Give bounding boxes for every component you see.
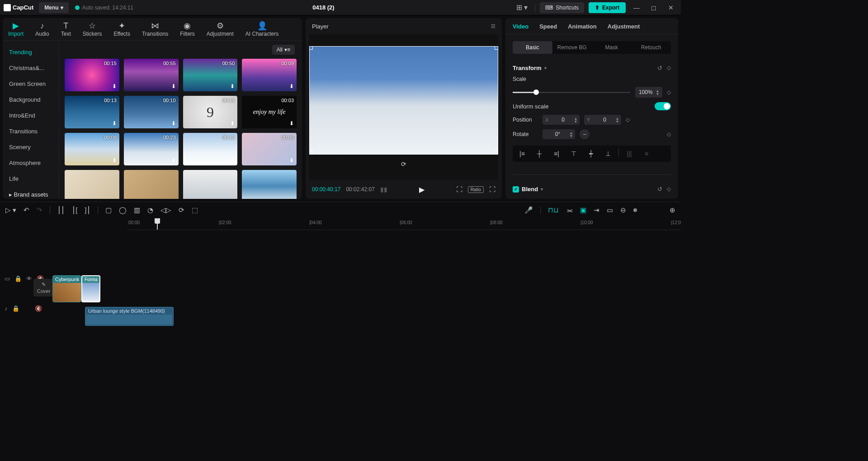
- eye-icon[interactable]: 👁: [26, 275, 32, 282]
- media-tab-transitions[interactable]: ⋈Transitions: [142, 22, 168, 37]
- reset-icon[interactable]: ↺: [657, 65, 662, 71]
- preview-area[interactable]: ⟳: [309, 34, 498, 180]
- audio-track-icon[interactable]: ♪: [5, 305, 8, 312]
- audio-clip[interactable]: Urban lounge style BGM(1148490): [85, 307, 174, 326]
- download-icon[interactable]: ⬇: [171, 120, 176, 127]
- category-christmas-[interactable]: Christmas&...: [3, 60, 59, 76]
- media-thumb[interactable]: 00:10⬇: [124, 96, 179, 128]
- media-thumb[interactable]: [183, 170, 238, 199]
- minimize-button[interactable]: —: [630, 1, 643, 14]
- media-tab-effects[interactable]: ✦Effects: [113, 22, 130, 37]
- chevron-down-icon[interactable]: ▾: [544, 66, 547, 71]
- link-icon[interactable]: ⫘: [566, 207, 573, 214]
- track-options-icon[interactable]: ▭: [607, 206, 613, 214]
- lock-icon[interactable]: 🔒: [14, 275, 22, 282]
- category-brand-assets[interactable]: ▸ Brand assets: [3, 187, 59, 199]
- fullscreen-icon[interactable]: ⛶: [489, 186, 495, 193]
- blend-checkbox[interactable]: ✓: [513, 186, 519, 193]
- media-thumb[interactable]: 00:05⬇: [242, 133, 297, 165]
- zoom-slider-icon[interactable]: [633, 208, 637, 212]
- frame-capture-icon[interactable]: ⛶: [456, 186, 462, 193]
- media-tab-ai-characters[interactable]: 👤AI Characters: [245, 22, 278, 37]
- download-icon[interactable]: ⬇: [112, 83, 117, 89]
- blend-keyframe-icon[interactable]: ◇: [667, 186, 671, 193]
- track-options-icon[interactable]: ▭: [5, 275, 10, 282]
- menu-button[interactable]: Menu ▾: [39, 2, 68, 13]
- mask-tool-icon[interactable]: ◯: [119, 206, 127, 214]
- layout-icon[interactable]: ⊞ ▾: [514, 2, 530, 13]
- download-icon[interactable]: ⬇: [289, 83, 294, 89]
- inspector-tab-animation[interactable]: Animation: [568, 23, 597, 30]
- inspector-tab-video[interactable]: Video: [513, 23, 528, 30]
- download-icon[interactable]: ⬇: [230, 120, 235, 127]
- media-thumb[interactable]: [65, 170, 119, 199]
- video-clip-2[interactable]: Forma: [81, 275, 100, 302]
- media-thumb[interactable]: [242, 170, 297, 199]
- all-filter-button[interactable]: All ▾≡: [272, 45, 295, 55]
- download-icon[interactable]: ⬇: [112, 120, 117, 127]
- close-button[interactable]: ✕: [665, 1, 677, 14]
- align-top-icon[interactable]: ⊤: [567, 148, 580, 159]
- chevron-down-icon[interactable]: ▾: [541, 187, 543, 192]
- media-tab-adjustment[interactable]: ⚙Adjustment: [207, 22, 234, 37]
- inspector-subtab-basic[interactable]: Basic: [513, 41, 552, 54]
- download-icon[interactable]: ⬇: [171, 83, 176, 89]
- track-preview-icon[interactable]: ▣: [580, 206, 586, 214]
- align-center-h-icon[interactable]: ┼: [533, 148, 546, 159]
- magnet-icon[interactable]: ⊓⊔: [548, 206, 559, 214]
- position-y-input[interactable]: Y 0 ▴▾: [584, 115, 621, 125]
- compare-icon[interactable]: ▮▮: [380, 186, 387, 193]
- export-button[interactable]: ⬆ Export: [589, 2, 626, 13]
- media-thumb[interactable]: 00:08⬇: [65, 133, 119, 165]
- media-tab-audio[interactable]: ♪Audio: [35, 22, 49, 37]
- category-atmosphere[interactable]: Atmosphere: [3, 155, 59, 171]
- split-icon[interactable]: ⎮⎮: [57, 206, 65, 214]
- media-thumb[interactable]: 00:119⬇: [183, 96, 238, 128]
- category-transitions[interactable]: Transitions: [3, 123, 59, 139]
- download-icon[interactable]: ⬇: [112, 157, 117, 164]
- media-thumb[interactable]: 00:13⬇: [65, 96, 119, 128]
- keyframe-icon[interactable]: ◇: [667, 65, 671, 71]
- player-menu-icon[interactable]: ≡: [491, 22, 495, 31]
- video-clip-1[interactable]: Cyberpunk: [52, 275, 81, 302]
- media-tab-import[interactable]: ▶Import: [8, 22, 24, 37]
- inspector-tab-speed[interactable]: Speed: [539, 23, 557, 30]
- media-thumb[interactable]: 00:15⬇: [65, 59, 119, 91]
- media-thumb[interactable]: 00:09⬇: [242, 59, 297, 91]
- media-tab-filters[interactable]: ◉Filters: [180, 22, 195, 37]
- media-thumb[interactable]: 00:13⬇: [183, 133, 238, 165]
- media-thumb[interactable]: 00:23⬇: [124, 133, 179, 165]
- split-right-icon[interactable]: ]⎮: [85, 206, 90, 214]
- align-right-icon[interactable]: ≡|: [550, 148, 563, 159]
- play-button[interactable]: ▶: [419, 185, 425, 194]
- position-keyframe-icon[interactable]: ◇: [626, 117, 630, 123]
- download-icon[interactable]: ⬇: [289, 157, 294, 164]
- category-trending[interactable]: Trending: [3, 44, 59, 60]
- download-icon[interactable]: ⬇: [171, 157, 176, 164]
- category-background[interactable]: Background: [3, 92, 59, 108]
- download-icon[interactable]: ⬇: [230, 157, 235, 164]
- media-thumb[interactable]: 00:50⬇: [183, 59, 238, 91]
- inspector-subtab-remove-bg[interactable]: Remove BG: [552, 41, 592, 54]
- scale-slider[interactable]: [513, 92, 631, 93]
- split-left-icon[interactable]: ⎮[: [72, 206, 77, 214]
- layers-icon[interactable]: ▥: [134, 206, 140, 214]
- scale-keyframe-icon[interactable]: ◇: [667, 89, 671, 95]
- speed-icon[interactable]: ◔: [147, 206, 153, 214]
- align-bottom-icon[interactable]: ⊥: [601, 148, 615, 159]
- zoom-out-icon[interactable]: ⊖: [620, 206, 626, 214]
- timeline-ruler[interactable]: 00:00|02:00|04:00|06:00|08:00|10:00|12:0…: [127, 218, 681, 230]
- uniform-scale-toggle[interactable]: [655, 102, 671, 110]
- shortcuts-button[interactable]: ⌨ Shortcuts: [540, 2, 584, 13]
- rotate-tool-icon[interactable]: ⟳: [179, 206, 184, 214]
- media-thumb[interactable]: 00:55⬇: [124, 59, 179, 91]
- category-scenery[interactable]: Scenery: [3, 139, 59, 155]
- mirror-icon[interactable]: ◁▷: [160, 206, 171, 214]
- inspector-tab-adjustment[interactable]: Adjustment: [608, 23, 640, 30]
- playhead[interactable]: [157, 218, 158, 230]
- blend-reset-icon[interactable]: ↺: [657, 186, 662, 193]
- rotate-keyframe-icon[interactable]: ◇: [667, 131, 671, 137]
- undo-icon[interactable]: ↶: [24, 206, 29, 214]
- media-tab-text[interactable]: TText: [61, 22, 71, 37]
- media-tab-stickers[interactable]: ☆Stickers: [83, 22, 102, 37]
